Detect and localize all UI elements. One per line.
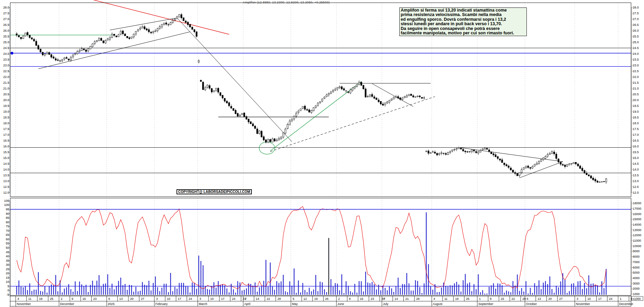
svg-text:2: 2 — [338, 297, 340, 301]
svg-text:10: 10 — [167, 297, 170, 301]
svg-text:6: 6 — [527, 297, 528, 301]
svg-text:24.0: 24.0 — [633, 52, 639, 55]
svg-text:20.5: 20.5 — [633, 93, 639, 96]
svg-text:12: 12 — [304, 297, 307, 301]
svg-text:29: 29 — [522, 297, 526, 301]
svg-text:21: 21 — [405, 297, 409, 301]
annotation-line: facilmente manipolata, motivo per cui so… — [401, 31, 525, 35]
svg-text:12.0: 12.0 — [3, 191, 9, 194]
svg-text:25.0: 25.0 — [3, 41, 9, 44]
svg-text:22: 22 — [511, 297, 515, 301]
svg-text:December: December — [619, 302, 633, 306]
svg-text:3: 3 — [156, 297, 158, 301]
indicator-panel[interactable] — [10, 198, 631, 295]
svg-text:24.5: 24.5 — [3, 46, 9, 50]
svg-text:4: 4 — [17, 297, 19, 301]
svg-text:13.5: 13.5 — [633, 174, 639, 177]
annotation-line: ed engulfing sporco. Dovrà confermarsi s… — [401, 17, 525, 22]
svg-text:17.0: 17.0 — [3, 133, 9, 136]
svg-text:27.0: 27.0 — [3, 17, 9, 21]
svg-text:14.5: 14.5 — [633, 162, 639, 165]
svg-text:20: 20 — [548, 297, 552, 301]
svg-text:8: 8 — [490, 297, 491, 301]
price-chart-svg[interactable]: 28.028.027.527.527.027.026.526.526.026.0… — [0, 0, 644, 307]
annotation-line: Da seguire in open consapevoli che potrà… — [401, 27, 525, 31]
svg-text:17000: 17000 — [633, 207, 641, 210]
svg-text:14.5: 14.5 — [3, 162, 9, 165]
chart-window: 28.028.027.527.527.027.026.526.526.026.0… — [0, 0, 644, 307]
svg-text:13.0: 13.0 — [3, 179, 9, 183]
svg-text:9: 9 — [72, 297, 73, 301]
annotation-note: Amplifon si ferma sui 13,20 indicati sta… — [399, 7, 527, 36]
svg-text:18: 18 — [39, 297, 43, 301]
svg-text:70: 70 — [6, 229, 9, 232]
svg-text:2: 2 — [61, 297, 62, 301]
svg-text:27.5: 27.5 — [633, 12, 639, 15]
svg-text:1000: 1000 — [633, 292, 640, 296]
svg-text:28.0: 28.0 — [633, 6, 639, 9]
svg-text:5000: 5000 — [633, 271, 640, 274]
svg-text:13.0: 13.0 — [633, 179, 639, 183]
svg-text:February: February — [155, 302, 168, 306]
svg-text:60: 60 — [6, 238, 9, 241]
svg-text:August: August — [433, 302, 443, 306]
svg-text:16.5: 16.5 — [633, 139, 639, 142]
svg-text:85: 85 — [6, 216, 9, 220]
svg-text:14: 14 — [256, 297, 259, 301]
svg-text:19.0: 19.0 — [633, 110, 639, 113]
svg-text:23: 23 — [371, 297, 374, 301]
svg-text:100: 100 — [4, 203, 9, 207]
svg-text:8000: 8000 — [633, 255, 640, 258]
svg-text:16000: 16000 — [633, 212, 641, 216]
svg-text:14.0: 14.0 — [633, 168, 639, 171]
svg-text:3000: 3000 — [633, 282, 640, 285]
svg-text:18: 18 — [455, 297, 459, 301]
svg-text:18.0: 18.0 — [633, 122, 639, 125]
svg-text:19: 19 — [314, 297, 318, 301]
svg-text:22: 22 — [266, 297, 270, 301]
price-panel[interactable] — [10, 3, 631, 197]
svg-text:22.0: 22.0 — [3, 75, 9, 79]
svg-text:25: 25 — [6, 268, 9, 271]
svg-text:July: July — [383, 302, 389, 306]
svg-text:20: 20 — [6, 272, 9, 275]
svg-text:27: 27 — [141, 297, 144, 301]
svg-text:10: 10 — [6, 280, 9, 284]
annotation-line: prima resistenza velocissima. Scambi nel… — [401, 13, 525, 17]
svg-text:50: 50 — [6, 246, 9, 249]
svg-text:40: 40 — [6, 255, 9, 258]
svg-text:26.0: 26.0 — [633, 29, 639, 32]
svg-text:22.5: 22.5 — [3, 69, 9, 73]
svg-text:7: 7 — [384, 297, 385, 301]
svg-text:11: 11 — [444, 297, 447, 301]
svg-text:21.0: 21.0 — [3, 87, 9, 90]
svg-text:28: 28 — [277, 297, 281, 301]
svg-text:8: 8 — [631, 297, 632, 301]
svg-text:22.0: 22.0 — [633, 75, 639, 79]
svg-text:24: 24 — [609, 297, 612, 301]
svg-text:90: 90 — [6, 212, 9, 215]
svg-text:45: 45 — [6, 251, 9, 254]
svg-text:24: 24 — [232, 297, 235, 301]
svg-text:19.0: 19.0 — [3, 110, 9, 113]
svg-text:28.0: 28.0 — [3, 6, 9, 9]
svg-text:18.5: 18.5 — [633, 116, 639, 119]
svg-text:55: 55 — [6, 242, 9, 245]
svg-text:27.0: 27.0 — [633, 17, 639, 21]
svg-text:12.5: 12.5 — [633, 185, 639, 189]
svg-text:26.5: 26.5 — [633, 23, 639, 27]
svg-text:21.0: 21.0 — [633, 87, 639, 90]
svg-text:November: November — [576, 302, 590, 306]
svg-text:23.0: 23.0 — [633, 64, 639, 67]
svg-text:15: 15 — [6, 276, 9, 279]
svg-text:12.5: 12.5 — [3, 185, 9, 189]
svg-text:13000: 13000 — [633, 228, 641, 232]
svg-text:October: October — [526, 302, 537, 306]
svg-text:June: June — [337, 302, 344, 306]
svg-text:20: 20 — [130, 297, 134, 301]
svg-text:December: December — [60, 302, 74, 306]
svg-text:21.5: 21.5 — [633, 81, 639, 84]
copyright-stamp: COPYRIGHT@ LABORSADEIPICCOLI.COM — [177, 189, 252, 194]
svg-text:2000: 2000 — [633, 287, 640, 290]
svg-text:14: 14 — [395, 297, 398, 301]
